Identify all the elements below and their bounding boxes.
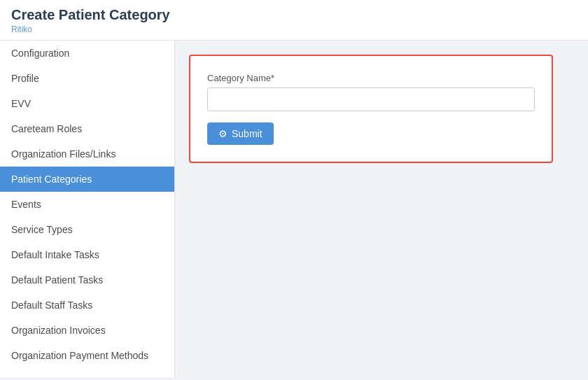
- sidebar-item-events[interactable]: Events: [0, 192, 174, 217]
- create-patient-category-form: Category Name* ⚙ Submit: [189, 55, 553, 163]
- sidebar-item-patient-categories[interactable]: Patient Categories: [0, 167, 174, 192]
- content-area: Category Name* ⚙ Submit: [175, 41, 588, 377]
- category-name-label: Category Name*: [207, 73, 535, 83]
- main-content: ConfigurationProfileEVVCareteam RolesOrg…: [0, 41, 588, 377]
- sidebar-item-evv[interactable]: EVV: [0, 91, 174, 116]
- sidebar-item-profile[interactable]: Profile: [0, 66, 174, 91]
- category-name-input[interactable]: [207, 87, 535, 111]
- page-subtitle: Ritiko: [11, 24, 577, 34]
- gear-icon: ⚙: [218, 128, 227, 139]
- sidebar-item-organization-invoices[interactable]: Organization Invoices: [0, 318, 174, 343]
- page-header: Create Patient Category Ritiko: [0, 0, 588, 41]
- sidebar: ConfigurationProfileEVVCareteam RolesOrg…: [0, 41, 175, 377]
- sidebar-item-service-types[interactable]: Service Types: [0, 217, 174, 242]
- submit-button[interactable]: ⚙ Submit: [207, 122, 274, 145]
- sidebar-item-default-intake-tasks[interactable]: Default Intake Tasks: [0, 242, 174, 267]
- sidebar-item-default-patient-tasks[interactable]: Default Patient Tasks: [0, 267, 174, 293]
- sidebar-item-organization-payment-methods[interactable]: Organization Payment Methods: [0, 343, 174, 368]
- sidebar-item-careteam-roles[interactable]: Careteam Roles: [0, 116, 174, 141]
- submit-label: Submit: [232, 128, 262, 139]
- page-title: Create Patient Category: [11, 7, 577, 23]
- sidebar-item-default-staff-tasks[interactable]: Default Staff Tasks: [0, 293, 174, 318]
- sidebar-item-configuration[interactable]: Configuration: [0, 41, 174, 66]
- sidebar-item-organization-files-links[interactable]: Organization Files/Links: [0, 141, 174, 167]
